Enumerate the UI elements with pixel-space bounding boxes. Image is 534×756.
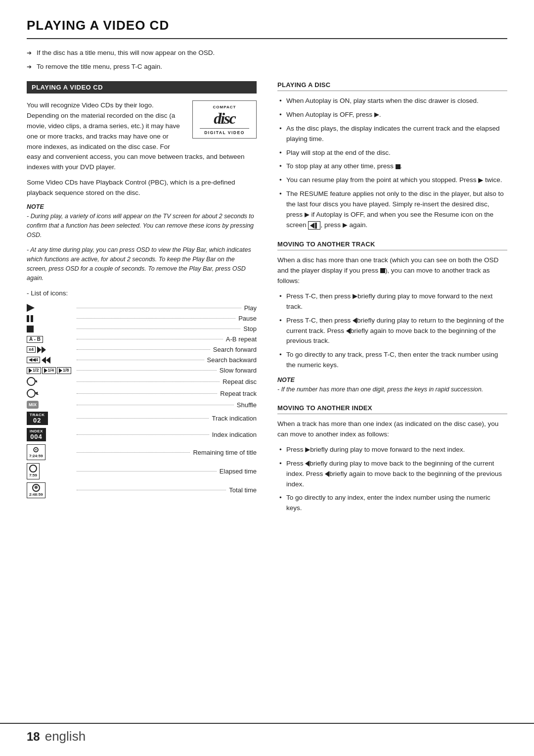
icon-cell-rew: ◀◀4 (27, 357, 74, 364)
slow-box-2: 1/4 (42, 367, 56, 374)
index-indication-label: Index indication (212, 431, 257, 438)
remaining-icon: ⊙ 7:24:59 (27, 444, 45, 460)
inline-prev-icon-3 (305, 461, 310, 467)
icons-list: Play Pause Stop (27, 304, 257, 498)
body-section: COMPACT disc DIGITAL VIDEO You will reco… (27, 100, 257, 178)
note1-label: NOTE (27, 203, 257, 210)
icon-row-shuffle: MIX Shuffle (27, 401, 257, 409)
inline-prev-icon-4 (325, 471, 329, 477)
remaining-symbol: ⊙ (33, 446, 39, 453)
remaining-time: 7:24:59 (29, 454, 43, 459)
icon-row-slow: 1/2 1/4 1/8 Slow forward (27, 367, 257, 374)
icon-cell-ab: A - B (27, 336, 74, 343)
right-column: PLAYING A DISC When Autoplay is ON, play… (277, 81, 507, 523)
icon-cell-total: ⊛ 2:48:59 (27, 482, 74, 499)
repeat-track-icon: 1 (27, 389, 39, 398)
dots (77, 349, 210, 350)
dots (77, 405, 234, 405)
intro-section: If the disc has a title menu, this will … (27, 48, 507, 72)
ab-icon: A - B (27, 336, 43, 343)
icon-row-index: INDEX 004 Index indication (27, 428, 257, 441)
note2-section: - At any time during play, you can press… (27, 245, 257, 283)
footer-number: 18 (27, 730, 40, 744)
inline-play-icon-3 (305, 213, 310, 218)
icon-cell-play (27, 304, 74, 312)
disc-bullet-0: When Autoplay is ON, play starts when th… (277, 96, 507, 106)
icon-cell-shuffle: MIX (27, 401, 74, 409)
disc-bullet-5: You can resume play from the point at wh… (277, 175, 507, 186)
dots (77, 370, 217, 371)
elapsed-label: Elapsed time (220, 468, 257, 475)
repeat-track-label: Repeat track (220, 390, 257, 397)
page: PLAYING A VIDEO CD If the disc has a tit… (0, 0, 534, 756)
track-indication-label: Track indication (212, 415, 257, 422)
dots (77, 490, 226, 490)
repeat-disc-icon (27, 377, 36, 386)
shuffle-label: Shuffle (237, 401, 257, 409)
icon-cell-ff: x4 (27, 346, 74, 353)
moving-index-intro: When a track has more than one index (as… (277, 419, 507, 440)
icon-row-ff: x4 Search forward (27, 346, 257, 353)
slow-icon: 1/2 1/4 1/8 (27, 367, 71, 374)
playing-disc-bullets: When Autoplay is ON, play starts when th… (277, 96, 507, 231)
elapsed-time: 7:59 (29, 473, 37, 478)
inline-prev-icon-2 (346, 328, 351, 334)
page-title: PLAYING A VIDEO CD (27, 18, 507, 33)
index-bullet-2: To go directly to any index, enter the i… (277, 493, 507, 514)
disc-bullet-6: The RESUME feature applies not only to t… (277, 189, 507, 231)
total-label: Total time (229, 486, 257, 494)
resume-icon: ▌ (308, 221, 320, 230)
page-footer: 18 english (0, 723, 534, 744)
rew-label: Search backward (207, 356, 257, 364)
icon-row-play: Play (27, 304, 257, 312)
inline-play-icon-2 (478, 178, 483, 183)
note1-section: NOTE - During play, a variety of icons w… (27, 203, 257, 239)
dots (77, 360, 204, 360)
remaining-label: Remaining time of title (193, 449, 257, 456)
page-header: PLAYING A VIDEO CD (27, 0, 507, 39)
index-bullet-0: Press briefly during play to move forwar… (277, 445, 507, 455)
two-col-layout: PLAYING A VIDEO CD COMPACT disc DIGITAL … (27, 81, 507, 523)
icon-cell-repeat-track: 1 (27, 389, 74, 398)
icon-cell-stop (27, 326, 74, 332)
disc-bullet-3: Play will stop at the end of the disc. (277, 148, 507, 158)
track-box-icon: TRACK 02 (27, 412, 48, 425)
icon-row-rew: ◀◀4 Search backward (27, 356, 257, 364)
icon-cell-track: TRACK 02 (27, 412, 74, 425)
elapsed-circle (29, 465, 37, 472)
disc-logo-main: disc (200, 110, 249, 126)
intro-bullets: If the disc has a title menu, this will … (27, 48, 507, 72)
icon-row-track: TRACK 02 Track indication (27, 412, 257, 425)
shuffle-icon: MIX (27, 401, 39, 409)
slow-label: Slow forward (220, 367, 257, 374)
total-symbol: ⊛ (34, 485, 38, 490)
moving-track-title: MOVING TO ANOTHER TRACK (277, 240, 507, 250)
dots (77, 308, 241, 308)
dots (77, 318, 235, 319)
icon-cell-index: INDEX 004 (27, 428, 74, 441)
moving-track-note-text: - If the number has more than one digit,… (277, 385, 507, 394)
disc-logo-sub: DIGITAL VIDEO (200, 128, 249, 135)
play-label: Play (244, 304, 257, 312)
playing-disc-title: PLAYING A DISC (277, 81, 507, 91)
playing-video-cd-section-box: PLAYING A VIDEO CD (27, 81, 257, 94)
index-bullet-1: Press briefly during play to move back t… (277, 459, 507, 490)
dots (77, 329, 240, 329)
inline-prev-icon-1 (353, 318, 357, 324)
moving-track-section: MOVING TO ANOTHER TRACK When a disc has … (277, 240, 507, 394)
track-bullet-1: Press T-C, then press briefly during pla… (277, 316, 507, 347)
icon-row-pause: Pause (27, 315, 257, 322)
slow-box-1: 1/2 (27, 367, 41, 374)
inline-play-icon-4 (343, 223, 348, 228)
rew-arrows-icon (42, 357, 50, 364)
intro-bullet-1: If the disc has a title menu, this will … (27, 48, 507, 58)
elapsed-icon: 7:59 (27, 463, 40, 479)
moving-track-note-label: NOTE (277, 377, 507, 383)
icon-row-remaining: ⊙ 7:24:59 Remaining time of title (27, 444, 257, 460)
rew-num-icon: ◀◀4 (27, 357, 40, 363)
disc-logo-top: COMPACT (200, 105, 249, 109)
body-para2: Some Video CDs have Playback Control (PB… (27, 178, 257, 198)
total-time: 2:48:59 (29, 492, 43, 497)
repeat-track-circle (27, 389, 36, 398)
icon-row-repeat-disc: Repeat disc (27, 377, 257, 386)
